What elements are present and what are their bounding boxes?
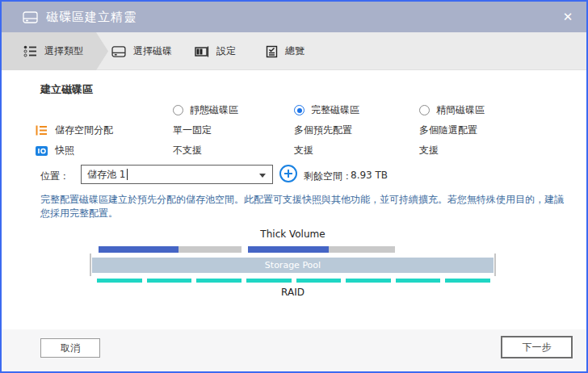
radio-icon[interactable]: [173, 105, 183, 115]
feature-label: 儲存空間分配: [55, 124, 113, 137]
step-select-disks[interactable]: 選擇磁碟: [111, 32, 172, 70]
volume-creation-wizard-window: 磁碟區建立精靈 ✕ 選擇類型: [0, 0, 588, 373]
radio-label: 完整磁碟區: [311, 103, 359, 117]
feature-row-snapshot: 快照: [36, 144, 74, 157]
allocation-thick: 多個預先配置: [294, 124, 352, 137]
diagram-raid-label: RAID: [92, 287, 494, 298]
radio-icon[interactable]: [419, 105, 430, 115]
storage-pool-select[interactable]: 儲存池 1: [81, 165, 273, 184]
radio-label: 靜態磁碟區: [190, 103, 238, 117]
step-label: 選擇類型: [44, 44, 83, 58]
radio-thick-volume[interactable]: 完整磁碟區: [294, 103, 359, 117]
diagram-volume-label: Thick Volume: [92, 228, 494, 240]
disk-drive-icon: [111, 46, 126, 57]
allocation-static: 單一固定: [173, 124, 212, 137]
feature-label: 快照: [55, 144, 74, 157]
pool-bracket-right: [494, 254, 496, 276]
partition-bars-icon: [195, 46, 209, 57]
raid-bar: [97, 279, 490, 283]
close-icon[interactable]: ✕: [559, 8, 577, 26]
step-summary[interactable]: 總覽: [266, 32, 304, 70]
radio-label: 精簡磁碟區: [436, 103, 485, 117]
titlebar: 磁碟區建立精靈 ✕: [2, 2, 586, 32]
location-label: 位置：: [40, 170, 69, 183]
diagram-pool-label: Storage Pool: [265, 260, 321, 270]
step-label: 設定: [216, 44, 236, 58]
next-button[interactable]: 下一步: [501, 336, 573, 358]
radio-thin-volume[interactable]: 精簡磁碟區: [419, 103, 485, 117]
cancel-button[interactable]: 取消: [40, 338, 100, 358]
raid-segment: [147, 279, 192, 283]
raid-segment: [246, 279, 292, 283]
free-space-label: 剩餘空間：: [304, 170, 352, 183]
clipboard-check-icon: [266, 45, 278, 58]
volume-bar-fill: [99, 246, 178, 253]
text-cursor: [127, 169, 128, 180]
radio-static-volume[interactable]: 靜態磁碟區: [173, 103, 238, 117]
allocation-list-icon: [36, 125, 48, 136]
raid-segment: [445, 279, 490, 283]
bullet-list-icon: [23, 45, 37, 57]
volume-bar: [248, 246, 395, 253]
step-select-type[interactable]: 選擇類型: [23, 32, 83, 70]
volume-bar: [99, 246, 242, 253]
chevron-down-icon: [259, 174, 266, 178]
feature-row-allocation: 儲存空間分配: [36, 124, 113, 137]
raid-segment: [346, 279, 391, 283]
raid-segment: [196, 279, 242, 283]
volume-bars: [92, 246, 494, 253]
thick-volume-description: 完整配置磁碟區建立於預先分配的儲存池空間。此配置可支援快照與其他功能，並可持續擴…: [40, 193, 565, 220]
snapshot-static: 不支援: [173, 144, 202, 157]
window-title: 磁碟區建立精靈: [46, 10, 136, 25]
section-heading: 建立磁碟區: [40, 82, 93, 97]
wizard-step-bar: 選擇類型 選擇磁碟 設定: [2, 32, 586, 70]
step-label: 選擇磁碟: [133, 44, 172, 58]
disk-drive-icon: [23, 11, 38, 23]
raid-segment: [296, 279, 342, 283]
storage-pool-bar: Storage Pool: [92, 258, 494, 273]
snapshot-thin: 支援: [419, 144, 439, 157]
step-configure[interactable]: 設定: [195, 32, 236, 70]
snapshot-thick: 支援: [294, 144, 313, 157]
pool-bracket-left: [90, 254, 91, 276]
raid-segment: [396, 279, 441, 283]
storage-pool-value: 儲存池 1: [87, 168, 125, 182]
step-label: 總覽: [285, 44, 304, 58]
snapshot-icon: [36, 146, 48, 156]
raid-segment: [97, 279, 142, 283]
add-storage-pool-button[interactable]: [279, 165, 297, 182]
volume-bar-fill: [248, 246, 329, 253]
allocation-thin: 多個隨選配置: [419, 124, 477, 137]
radio-icon[interactable]: [294, 105, 304, 115]
free-space-value: 8.93 TB: [351, 170, 388, 181]
